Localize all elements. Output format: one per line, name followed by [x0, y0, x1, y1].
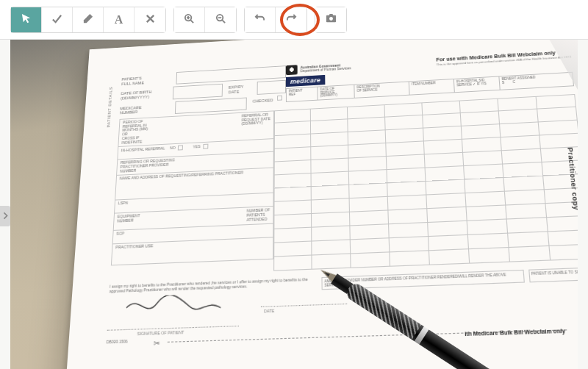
capture-stage: PATIENT DETAILS Practitioner copy PATIEN… — [10, 40, 578, 369]
label-medicare: MEDICARE NUMBER — [120, 101, 176, 117]
field-dob — [173, 84, 223, 99]
unable-sign-box: PATIENT IS UNABLE TO SIGN — [528, 267, 578, 282]
redo-button[interactable] — [276, 7, 306, 32]
redo-icon — [286, 13, 297, 26]
camera-button[interactable] — [315, 7, 346, 32]
pointer-button[interactable] — [11, 7, 42, 32]
checkbox-checked — [277, 95, 282, 100]
signature-caption: SIGNATURE OF PATIENT — [137, 330, 184, 337]
label-checked: CHECKED — [247, 96, 276, 110]
check-button[interactable] — [42, 7, 73, 32]
data-grid — [273, 94, 578, 271]
gov-text: Australian GovernmentDepartment of Human… — [301, 63, 351, 73]
gov-crest-icon — [286, 65, 298, 75]
zoom-out-icon — [215, 13, 226, 26]
clear-button[interactable] — [135, 7, 165, 32]
field-expiry — [257, 80, 286, 94]
toolbar-group-tools: A — [10, 7, 166, 33]
check-icon — [51, 13, 62, 26]
scissors-icon: ✂ — [154, 339, 160, 348]
label-expiry: EXPIRY DATE — [223, 82, 257, 96]
toolbar-group-capture — [315, 7, 347, 33]
field-medicare — [175, 97, 247, 114]
undo-button[interactable] — [245, 7, 276, 32]
x-icon — [145, 13, 156, 26]
date-caption: DATE — [264, 308, 274, 313]
zoom-out-button[interactable] — [205, 7, 236, 32]
signature-scribble — [123, 293, 230, 315]
pencil-icon — [82, 13, 93, 26]
sidebar-expand-tab[interactable] — [0, 206, 10, 226]
chevron-right-icon — [1, 209, 10, 223]
close-button[interactable] — [560, 10, 578, 28]
label-fullname: PATIENT'S FULL NAME — [121, 72, 176, 87]
svg-point-2 — [329, 17, 333, 21]
pencil-button[interactable] — [73, 7, 104, 32]
side-label: PATIENT DETAILS — [107, 87, 113, 128]
zoom-in-icon — [184, 13, 195, 26]
text-icon: A — [115, 13, 123, 26]
editor-toolbar: A — [0, 0, 588, 40]
text-button[interactable]: A — [104, 7, 135, 32]
pointer-icon — [21, 13, 32, 26]
medicare-brand: medicare — [286, 75, 325, 87]
left-label-column: PERIOD OF REFERRAL IN MONTHS (MM) OR CRO… — [110, 110, 274, 277]
toolbar-group-zoom — [173, 7, 237, 33]
undo-icon — [254, 13, 265, 26]
zoom-in-button[interactable] — [174, 7, 205, 32]
scanned-form: PATIENT DETAILS Practitioner copy PATIEN… — [60, 40, 578, 369]
label-dob: DATE OF BIRTH (DD/MM/YYYY) — [121, 87, 173, 102]
camera-icon — [326, 13, 337, 26]
toolbar-group-history — [244, 7, 307, 33]
